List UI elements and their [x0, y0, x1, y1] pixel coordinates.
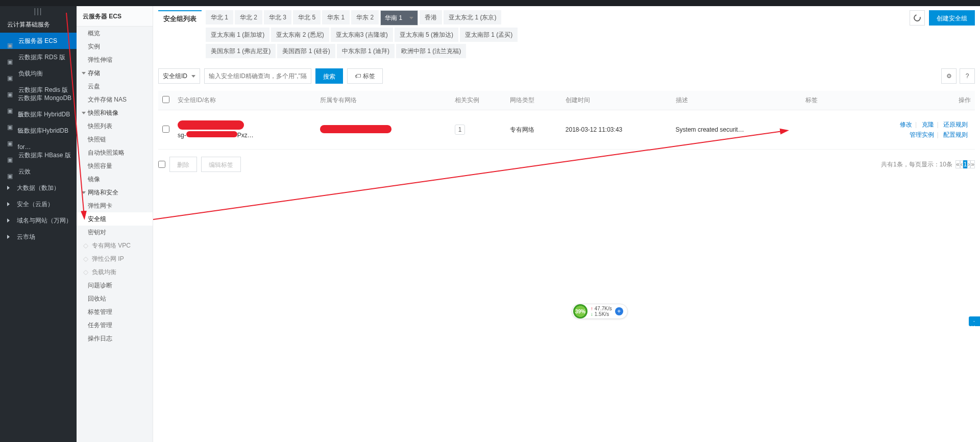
global-topbar — [0, 0, 980, 6]
